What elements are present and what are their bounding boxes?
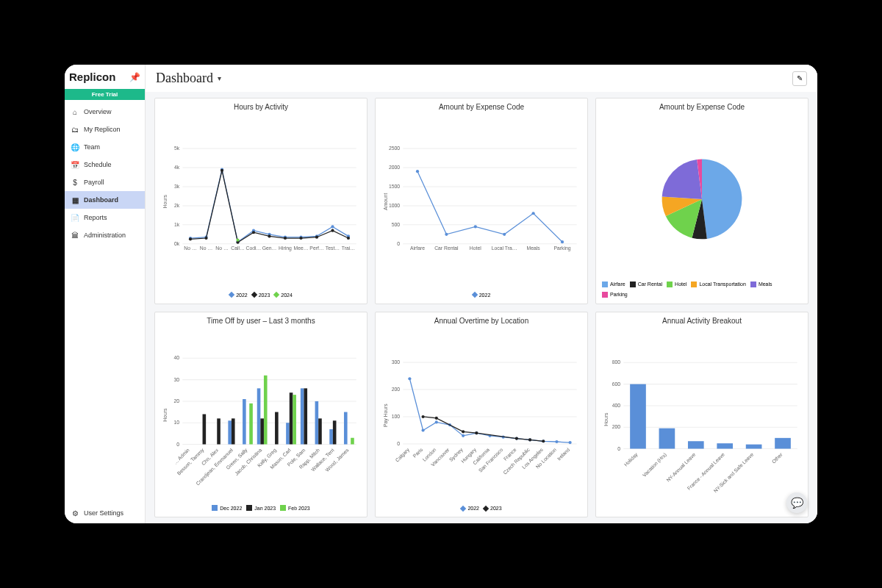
chevron-down-icon[interactable]: ▾ xyxy=(218,74,221,82)
card-expense-pie: Amount by Expense Code AirfareCar Rental… xyxy=(595,98,808,304)
svg-rect-99 xyxy=(301,388,304,444)
card-overtime: Annual Overtime by Location 0100200300Pa… xyxy=(375,312,588,518)
svg-text:Mee…: Mee… xyxy=(293,245,308,251)
card-activity-breakout: Annual Activity Breakout 0200400600800Ho… xyxy=(595,312,808,518)
card-title: Annual Activity Breakout xyxy=(602,317,802,325)
svg-rect-106 xyxy=(260,418,264,444)
team-icon: 🌐 xyxy=(71,143,79,151)
svg-text:0: 0 xyxy=(617,445,620,451)
svg-rect-108 xyxy=(290,392,293,444)
legend-item: Dec 2022 xyxy=(212,505,242,511)
svg-point-42 xyxy=(299,237,302,240)
reports-icon: 📄 xyxy=(71,213,79,222)
svg-text:Pay Hours: Pay Hours xyxy=(383,403,389,426)
svg-text:Ireland: Ireland xyxy=(556,446,571,461)
svg-text:0: 0 xyxy=(397,241,400,246)
user-settings-link[interactable]: ⚙ User Settings xyxy=(65,503,145,523)
svg-point-149 xyxy=(555,440,558,442)
svg-point-44 xyxy=(331,229,334,232)
sidebar-item-schedule[interactable]: 📅Schedule xyxy=(65,156,145,173)
svg-point-67 xyxy=(445,233,448,236)
pin-icon[interactable]: 📌 xyxy=(129,72,140,82)
svg-text:No …: No … xyxy=(215,245,228,251)
svg-text:2500: 2500 xyxy=(389,146,400,151)
user-icon: 🗂 xyxy=(71,125,79,134)
svg-text:30: 30 xyxy=(174,376,180,381)
svg-text:200: 200 xyxy=(612,424,621,429)
svg-text:1500: 1500 xyxy=(389,184,400,189)
svg-text:300: 300 xyxy=(392,359,401,365)
legend-item: Meals xyxy=(750,282,772,287)
legend-expense-pie: AirfareCar RentalHotelLocal Transportati… xyxy=(602,282,802,298)
legend-item: Hotel xyxy=(667,282,686,287)
svg-text:Codi…: Codi… xyxy=(246,245,262,251)
svg-text:Local Tra…: Local Tra… xyxy=(492,245,517,251)
svg-text:1000: 1000 xyxy=(389,203,400,208)
svg-text:0: 0 xyxy=(397,441,400,446)
svg-text:Paris: Paris xyxy=(412,446,423,458)
legend-hours: 2022 2023 2024 xyxy=(161,293,361,298)
sidebar-item-overview[interactable]: ⌂Overview xyxy=(65,103,145,121)
svg-rect-98 xyxy=(286,423,290,444)
svg-text:2k: 2k xyxy=(174,203,180,208)
nav-label: Reports xyxy=(84,214,107,221)
svg-text:Hotel: Hotel xyxy=(470,245,481,251)
main-area: Dashboard ▾ ✎ Hours by Activity 0k1k2k3k… xyxy=(146,65,817,523)
legend-item: Parking xyxy=(602,292,628,298)
svg-rect-105 xyxy=(232,418,235,444)
svg-text:No …: No … xyxy=(184,245,196,251)
svg-point-150 xyxy=(569,441,572,444)
svg-rect-97 xyxy=(257,388,261,444)
legend-item: 2023 xyxy=(252,293,270,298)
svg-point-71 xyxy=(561,240,564,243)
svg-text:San Francisco: San Francisco xyxy=(478,446,504,473)
svg-point-157 xyxy=(542,440,545,442)
svg-point-45 xyxy=(347,237,350,240)
svg-rect-100 xyxy=(315,401,319,444)
svg-text:Holiday: Holiday xyxy=(623,451,639,467)
svg-rect-178 xyxy=(717,443,733,448)
sidebar: Replicon 📌 Free Trial ⌂Overview🗂My Repli… xyxy=(65,65,146,523)
svg-point-154 xyxy=(475,431,478,434)
legend-expense-line: 2022 xyxy=(381,293,581,298)
legend-item: Local Transportation xyxy=(691,282,745,287)
legend-item: Jan 2023 xyxy=(246,505,276,511)
legend-timeoff: Dec 2022 Jan 2023 Feb 2023 xyxy=(161,505,361,511)
free-trial-banner[interactable]: Free Trial xyxy=(65,89,145,100)
chart-overtime: 0100200300Pay HoursCalgaryParisLondonVan… xyxy=(381,328,581,503)
svg-rect-113 xyxy=(264,375,268,444)
svg-point-41 xyxy=(284,237,287,240)
sidebar-item-payroll[interactable]: $Payroll xyxy=(65,173,145,191)
chart-expense-line: 05001000150020002500AmountAirfareCar Ren… xyxy=(381,114,581,290)
legend-overtime: 2022 2023 xyxy=(381,506,581,511)
edit-dashboard-button[interactable]: ✎ xyxy=(792,71,807,86)
svg-point-70 xyxy=(532,212,535,215)
sidebar-item-my-replicon[interactable]: 🗂My Replicon xyxy=(65,121,145,138)
svg-text:800: 800 xyxy=(612,359,621,365)
legend-item: 2022 xyxy=(229,293,248,298)
svg-point-36 xyxy=(204,237,207,240)
svg-rect-95 xyxy=(228,420,232,444)
legend-item: Feb 2023 xyxy=(280,505,310,511)
card-title: Amount by Expense Code xyxy=(602,103,802,111)
legend-item: 2022 xyxy=(473,293,491,298)
svg-point-35 xyxy=(189,237,192,240)
sidebar-item-administration[interactable]: 🏛Administration xyxy=(65,226,145,244)
svg-text:Hours: Hours xyxy=(162,408,168,422)
legend-item: 2023 xyxy=(484,506,502,511)
sidebar-item-dashboard[interactable]: ▦Dashboard xyxy=(65,191,145,209)
svg-point-139 xyxy=(421,429,424,431)
legend-item: Airfare xyxy=(602,282,625,287)
chat-icon[interactable]: 💬 xyxy=(786,492,807,513)
svg-point-152 xyxy=(435,416,438,419)
svg-rect-179 xyxy=(746,444,762,448)
svg-rect-101 xyxy=(329,429,333,444)
user-settings-label: User Settings xyxy=(84,509,123,517)
svg-text:Hiring: Hiring xyxy=(279,245,292,251)
sidebar-item-reports[interactable]: 📄Reports xyxy=(65,209,145,226)
sidebar-item-team[interactable]: 🌐Team xyxy=(65,138,145,156)
nav-label: My Replicon xyxy=(84,126,121,133)
page-header: Dashboard ▾ ✎ xyxy=(146,65,817,92)
svg-rect-110 xyxy=(318,418,322,444)
svg-rect-109 xyxy=(304,388,307,444)
